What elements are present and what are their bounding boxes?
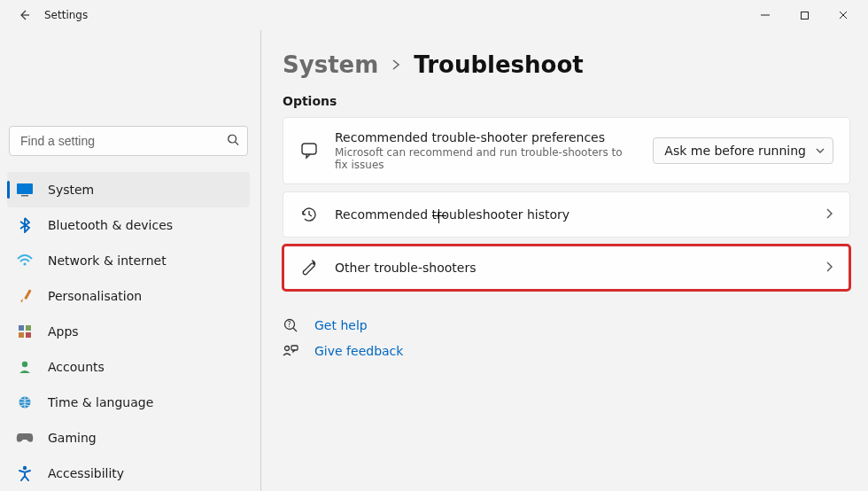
sidebar-item-label: Bluetooth & devices	[48, 218, 173, 232]
sidebar-item-time-language[interactable]: Time & language	[7, 385, 250, 420]
feedback-icon	[283, 344, 300, 358]
get-help-text[interactable]: Get help	[314, 318, 368, 332]
svg-rect-1	[801, 12, 808, 19]
sidebar-item-accounts[interactable]: Accounts	[7, 349, 250, 385]
svg-rect-19	[291, 346, 298, 350]
sidebar-item-label: Time & language	[48, 395, 153, 409]
system-icon	[16, 181, 34, 199]
window-minimize-button[interactable]	[756, 10, 774, 20]
chevron-right-icon	[825, 261, 833, 276]
sidebar-item-label: Network & internet	[48, 253, 167, 268]
window-close-button[interactable]	[834, 10, 852, 20]
svg-rect-9	[19, 332, 24, 338]
card-troubleshooter-history[interactable]: Recommended troubleshooter history	[283, 191, 850, 238]
troubleshooter-preference-dropdown[interactable]: Ask me before running	[653, 137, 833, 164]
sidebar-item-apps[interactable]: Apps	[7, 314, 250, 349]
sidebar-item-label: Apps	[48, 324, 79, 339]
sidebar: System Bluetooth & devices Network & int…	[0, 30, 261, 491]
sidebar-item-gaming[interactable]: Gaming	[7, 420, 250, 456]
help-icon: ?	[283, 317, 300, 333]
card-title: Recommended trouble-shooter preferences	[335, 130, 637, 144]
wrench-icon	[299, 258, 319, 277]
time-language-icon	[16, 394, 34, 411]
svg-rect-6	[24, 289, 32, 300]
chevron-right-icon	[825, 207, 833, 222]
chat-bubble-icon	[299, 141, 319, 160]
card-other-troubleshooters[interactable]: Other trouble-shooters	[283, 245, 850, 291]
svg-point-13	[23, 466, 27, 470]
breadcrumb: System Troubleshoot	[283, 51, 850, 78]
give-feedback-text[interactable]: Give feedback	[314, 344, 403, 358]
sidebar-item-bluetooth[interactable]: Bluetooth & devices	[7, 207, 250, 243]
svg-rect-8	[26, 325, 31, 331]
svg-point-11	[22, 362, 27, 367]
personalisation-icon	[16, 287, 34, 305]
svg-rect-4	[21, 195, 28, 197]
app-title: Settings	[44, 9, 88, 21]
sidebar-item-label: Accounts	[48, 360, 105, 374]
breadcrumb-parent[interactable]: System	[283, 51, 378, 78]
sidebar-item-accessibility[interactable]: Accessibility	[7, 456, 250, 491]
card-troubleshooter-preferences: Recommended trouble-shooter preferences …	[283, 117, 850, 184]
window-maximize-button[interactable]	[795, 10, 813, 20]
sidebar-item-label: Personalisation	[48, 289, 142, 303]
back-button[interactable]	[16, 7, 32, 23]
chevron-right-icon	[391, 54, 401, 75]
chevron-down-icon	[815, 144, 825, 158]
main-content: System Troubleshoot Options Recommended …	[261, 30, 868, 491]
svg-rect-10	[26, 332, 31, 338]
accessibility-icon	[16, 464, 34, 482]
svg-point-5	[23, 262, 26, 265]
sidebar-item-label: Accessibility	[48, 466, 124, 480]
give-feedback-link[interactable]: Give feedback	[283, 344, 850, 358]
section-header-options: Options	[283, 94, 850, 108]
card-title: Other trouble-shooters	[335, 261, 809, 275]
svg-text:?: ?	[288, 321, 291, 329]
svg-point-18	[285, 347, 290, 351]
breadcrumb-current: Troubleshoot	[414, 51, 583, 78]
svg-rect-14	[302, 144, 316, 154]
sidebar-item-label: System	[48, 183, 94, 197]
dropdown-value: Ask me before running	[664, 144, 806, 158]
sidebar-item-network[interactable]: Network & internet	[7, 243, 250, 278]
history-icon	[299, 205, 319, 224]
svg-point-2	[229, 135, 236, 143]
svg-rect-7	[19, 325, 24, 331]
bluetooth-icon	[16, 216, 34, 234]
search-icon	[227, 134, 239, 149]
card-title: Recommended troubleshooter history	[335, 207, 809, 222]
svg-point-15	[313, 262, 314, 264]
search-input[interactable]	[9, 126, 248, 156]
gaming-icon	[16, 429, 34, 447]
network-icon	[16, 252, 34, 269]
accounts-icon	[16, 358, 34, 376]
apps-icon	[16, 323, 34, 340]
search-box[interactable]	[9, 126, 248, 156]
sidebar-item-personalisation[interactable]: Personalisation	[7, 278, 250, 314]
sidebar-item-system[interactable]: System	[7, 172, 250, 207]
svg-rect-3	[17, 183, 33, 194]
get-help-link[interactable]: ? Get help	[283, 317, 850, 333]
sidebar-item-label: Gaming	[48, 431, 97, 445]
card-subtitle: Microsoft can recommend and run trouble-…	[335, 146, 637, 171]
